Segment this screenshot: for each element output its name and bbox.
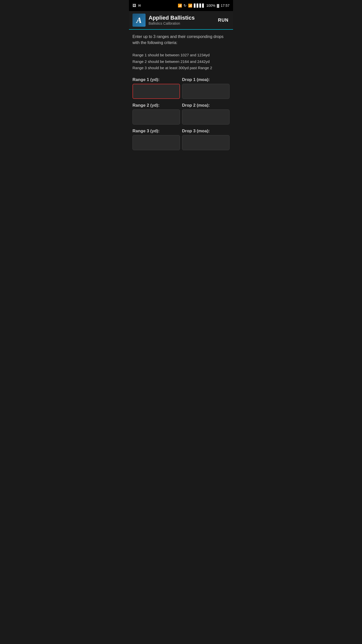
drop3-col: Drop 3 (moa): [182,129,230,150]
main-content: Enter up to 3 ranges and their correspon… [129,30,233,154]
range2-input[interactable] [132,109,180,125]
instructions-block: Enter up to 3 ranges and their correspon… [132,34,230,46]
calibration-form: Range 1 (yd): Drop 1 (moa): Range 2 (yd)… [132,77,230,150]
status-left-icons: 🖼 ✉ [132,4,141,8]
drop3-input[interactable] [182,135,230,150]
form-row-1: Range 1 (yd): Drop 1 (moa): [132,77,230,99]
criteria-line-3: Range 3 should be at least 300yd past Ra… [132,65,230,71]
drop2-input[interactable] [182,109,230,125]
criteria-line-1: Range 1 should be between 1027 and 1234y… [132,52,230,58]
drop3-label: Drop 3 (moa): [182,129,230,134]
range3-col: Range 3 (yd): [132,129,180,150]
run-button[interactable]: RUN [217,16,230,25]
wifi-icon: 📶 [188,4,192,8]
range3-label: Range 3 (yd): [132,129,180,134]
form-row-2: Range 2 (yd): Drop 2 (moa): [132,103,230,125]
form-labels-row-2: Range 2 (yd): Drop 2 (moa): [132,103,230,125]
range2-col: Range 2 (yd): [132,103,180,125]
image-icon: 🖼 [132,4,136,8]
app-logo: A [132,14,146,27]
form-labels-row-1: Range 1 (yd): Drop 1 (moa): [132,77,230,99]
criteria-line-2: Range 2 should be between 2164 and 2442y… [132,58,230,65]
drop1-input[interactable] [182,84,230,99]
header-titles: Applied Ballistics Ballistics Calibratio… [149,15,195,26]
battery-percent: 100% [206,4,215,8]
range1-label: Range 1 (yd): [132,77,180,82]
criteria-block: Range 1 should be between 1027 and 1234y… [132,52,230,71]
range1-col: Range 1 (yd): [132,77,180,99]
app-title: Applied Ballistics [149,15,195,21]
drop2-label: Drop 2 (moa): [182,103,230,108]
status-right-icons: 📶 ↻ 📶 ▋▋▋▋ 100% ▓ 17:57 [178,4,230,8]
signal-icon: ▋▋▋▋ [194,4,205,8]
range1-input[interactable] [132,84,180,99]
header-left: A Applied Ballistics Ballistics Calibrat… [132,14,195,27]
status-bar: 🖼 ✉ 📶 ↻ 📶 ▋▋▋▋ 100% ▓ 17:57 [129,0,233,11]
drop1-col: Drop 1 (moa): [182,77,230,99]
range3-input[interactable] [132,135,180,150]
bluetooth-icon: 📶 [178,4,182,8]
battery-icon: ▓ [217,4,219,8]
app-header: A Applied Ballistics Ballistics Calibrat… [129,11,233,30]
instructions-main: Enter up to 3 ranges and their correspon… [132,34,230,46]
sync-icon: ↻ [184,4,187,8]
drop2-col: Drop 2 (moa): [182,103,230,125]
range2-label: Range 2 (yd): [132,103,180,108]
app-subtitle: Ballistics Calibration [149,21,195,26]
form-labels-row-3: Range 3 (yd): Drop 3 (moa): [132,129,230,150]
mail-icon: ✉ [138,4,141,8]
drop1-label: Drop 1 (moa): [182,77,230,82]
form-row-3: Range 3 (yd): Drop 3 (moa): [132,129,230,150]
clock: 17:57 [221,4,230,8]
